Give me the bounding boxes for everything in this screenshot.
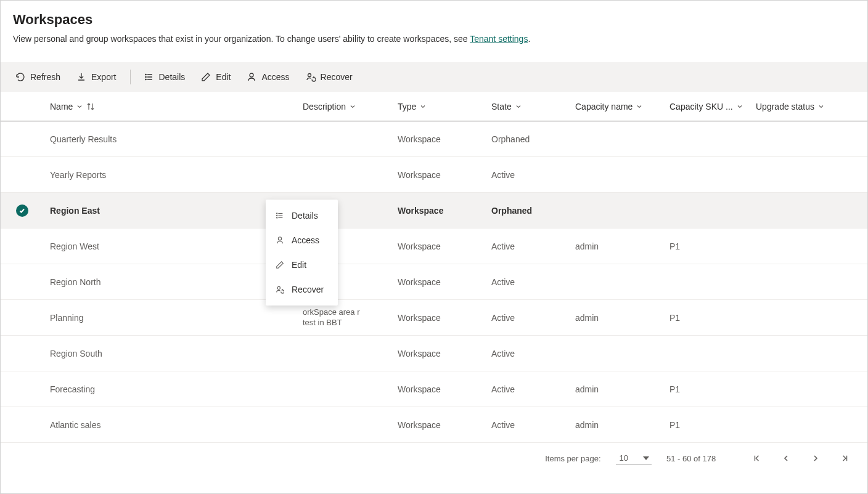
toolbar: Refresh Export Details Edit Access Recov… [1, 62, 867, 92]
svg-point-1 [145, 76, 145, 77]
column-capacity-name[interactable]: Capacity name [575, 102, 669, 111]
column-capacity-name-label: Capacity name [575, 102, 633, 111]
column-state-label: State [491, 102, 512, 111]
table-row[interactable]: Region EastWorkspaceOrphaned [1, 193, 867, 229]
refresh-button[interactable]: Refresh [9, 68, 67, 86]
cell-type: Workspace [398, 384, 491, 394]
cell-type: Workspace [398, 241, 491, 251]
items-per-page-select[interactable]: 10 [616, 452, 652, 464]
edit-button[interactable]: Edit [195, 68, 237, 86]
list-icon [144, 72, 154, 82]
svg-point-4 [308, 74, 311, 77]
workspace-name: Region East [50, 206, 100, 216]
last-page-button[interactable] [838, 451, 853, 466]
export-label: Export [91, 72, 116, 82]
cell-type: Workspace [398, 170, 491, 180]
table-row[interactable]: Atlantic salesWorkspaceActiveadminP1 [1, 407, 867, 443]
cell-name: Atlantic sales [44, 420, 303, 430]
chevron-left-icon [782, 455, 790, 462]
svg-point-9 [277, 215, 277, 216]
table-row[interactable]: PlanningorkSpace area r test in BBTWorks… [1, 300, 867, 336]
caret-down-icon [643, 456, 649, 460]
column-type[interactable]: Type [398, 102, 491, 111]
first-page-icon [753, 454, 760, 463]
chevron-down-icon [636, 103, 642, 110]
column-state[interactable]: State [491, 102, 575, 111]
row-checkbox[interactable] [1, 204, 44, 217]
access-label: Access [261, 72, 289, 82]
subtitle-suffix: . [528, 34, 530, 44]
table-row[interactable]: Region SouthWorkspaceActive [1, 336, 867, 371]
chevron-down-icon [350, 103, 356, 110]
cell-state: Active [491, 170, 575, 180]
workspace-name: Planning [50, 313, 84, 323]
workspace-name: Region North [50, 277, 101, 287]
cell-state: Orphaned [491, 206, 575, 216]
menu-item-details[interactable]: Details [266, 203, 338, 228]
column-capacity-sku[interactable]: Capacity SKU ... [669, 102, 756, 111]
details-button[interactable]: Details [138, 68, 192, 86]
subtitle-text: View personal and group workspaces that … [13, 34, 470, 44]
cell-type: Workspace [398, 134, 491, 144]
workspace-name: Region South [50, 349, 102, 358]
svg-point-3 [250, 73, 253, 77]
table-row[interactable]: Region NorthWorkspaceActive [1, 264, 867, 300]
svg-point-11 [278, 237, 281, 240]
menu-item-recover[interactable]: Recover [266, 277, 338, 302]
cell-type: Workspace [398, 277, 491, 287]
cell-name: Region East [44, 202, 303, 219]
first-page-button[interactable] [749, 451, 764, 466]
cell-type: Workspace [398, 349, 491, 358]
cell-description: orkSpace area r test in BBT [303, 307, 398, 328]
column-description-label: Description [303, 102, 346, 111]
chevron-down-icon [420, 103, 426, 110]
list-icon [276, 211, 284, 220]
prev-page-button[interactable] [779, 451, 793, 466]
cell-name: Region North [44, 277, 303, 287]
menu-item-access-label: Access [292, 235, 319, 245]
workspace-name: Atlantic sales [50, 420, 100, 430]
workspace-name: Quarterly Results [50, 134, 117, 144]
recover-icon [276, 285, 284, 294]
cell-state: Active [491, 420, 575, 430]
toolbar-divider [130, 70, 131, 84]
cell-name: Planning [44, 313, 303, 323]
page-range-text: 51 - 60 of 178 [666, 454, 734, 463]
cell-name: Region South [44, 349, 303, 358]
workspace-name: Yearly Reports [50, 170, 106, 180]
cell-capacity-sku: P1 [669, 384, 756, 394]
pencil-icon [276, 261, 284, 269]
cell-name: Quarterly Results [44, 134, 303, 144]
person-icon [247, 72, 256, 82]
table-row[interactable]: ForecastingWorkspaceActiveadminP1 [1, 371, 867, 407]
column-upgrade-status[interactable]: Upgrade status [756, 102, 842, 111]
column-description[interactable]: Description [303, 102, 398, 111]
recover-button[interactable]: Recover [300, 68, 359, 86]
access-button[interactable]: Access [240, 68, 295, 86]
table-row[interactable]: Region WestWorkspaceActiveadminP1 [1, 229, 867, 264]
table-row[interactable]: Quarterly ResultsWorkspaceOrphaned [1, 121, 867, 157]
next-page-button[interactable] [808, 451, 823, 466]
cell-state: Active [491, 384, 575, 394]
menu-item-edit[interactable]: Edit [266, 253, 338, 277]
cell-type: Workspace [398, 420, 491, 430]
edit-label: Edit [216, 72, 231, 82]
table-row[interactable]: Yearly ReportsWorkspaceActive [1, 157, 867, 193]
table-header-row: Name Description Type State Capacity nam… [1, 92, 867, 121]
checkmark-icon [16, 204, 28, 217]
svg-point-2 [145, 79, 145, 79]
chevron-down-icon [737, 103, 743, 110]
column-name-label: Name [50, 102, 73, 111]
column-name[interactable]: Name [44, 102, 303, 111]
cell-capacity-name: admin [575, 241, 669, 251]
items-per-page-label: Items per page: [545, 454, 600, 463]
menu-item-access[interactable]: Access [266, 228, 338, 253]
export-button[interactable]: Export [70, 68, 122, 86]
column-capacity-sku-label: Capacity SKU ... [669, 102, 733, 111]
svg-point-12 [277, 286, 280, 289]
refresh-icon [15, 72, 25, 82]
items-per-page-value: 10 [620, 453, 628, 463]
cell-type: Workspace [398, 313, 491, 323]
cell-state: Active [491, 277, 575, 287]
tenant-settings-link[interactable]: Tenant settings [470, 34, 528, 44]
